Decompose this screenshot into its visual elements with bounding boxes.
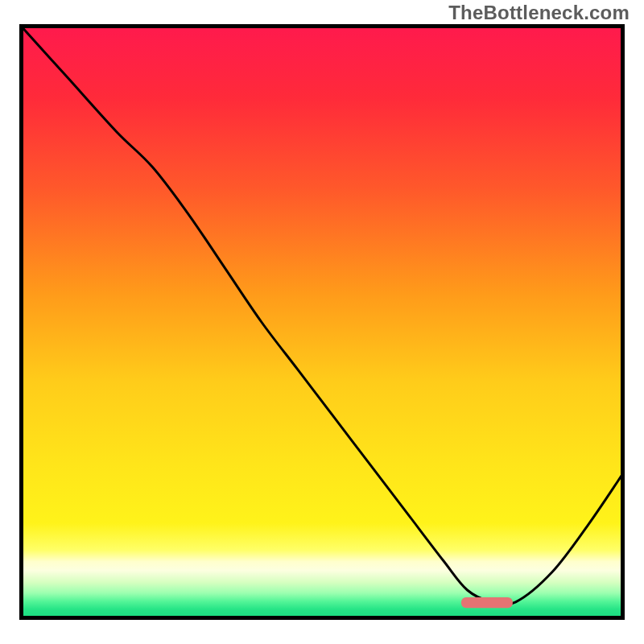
minimum-marker xyxy=(461,597,513,608)
watermark-text: TheBottleneck.com xyxy=(448,2,630,24)
chart-stage: TheBottleneck.com xyxy=(0,0,644,644)
chart-svg xyxy=(0,0,644,644)
plot-background xyxy=(22,27,623,618)
